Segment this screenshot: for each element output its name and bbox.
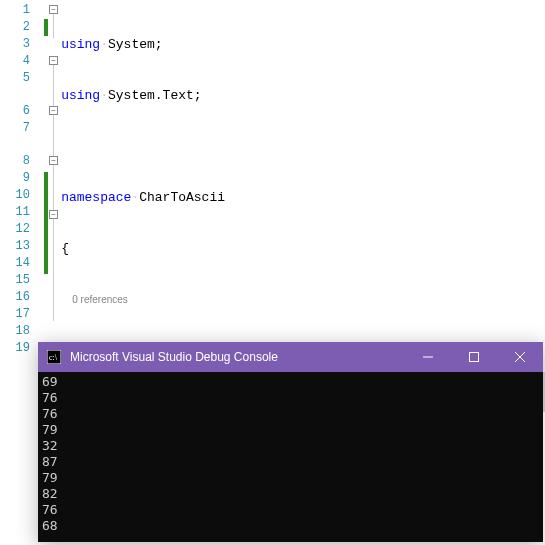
console-line: 76 xyxy=(42,390,539,406)
line-number: 6 xyxy=(0,103,30,120)
debug-console-window: c:\ Microsoft Visual Studio Debug Consol… xyxy=(38,342,543,542)
codelens-references[interactable]: ····0 references xyxy=(61,291,545,307)
fold-toggle[interactable]: − xyxy=(49,5,58,14)
line-number: 8 xyxy=(0,153,30,170)
fold-toggle[interactable]: − xyxy=(49,56,58,65)
maximize-button[interactable] xyxy=(451,342,497,372)
line-number: 12 xyxy=(0,221,30,238)
svg-rect-3 xyxy=(470,353,479,362)
console-output[interactable]: 69 76 76 79 32 87 79 82 76 68 xyxy=(38,372,543,542)
console-line: 79 xyxy=(42,422,539,438)
minimize-button[interactable] xyxy=(405,342,451,372)
fold-margin: − − − − − xyxy=(47,0,61,345)
change-margin xyxy=(40,0,47,345)
console-line: 82 xyxy=(42,486,539,502)
line-number: 18 xyxy=(0,323,30,340)
line-number: 7 xyxy=(0,120,30,137)
console-title: Microsoft Visual Studio Debug Console xyxy=(70,350,405,364)
close-button[interactable] xyxy=(497,342,543,372)
console-line: 69 xyxy=(42,374,539,390)
line-number: 15 xyxy=(0,272,30,289)
line-number: 10 xyxy=(0,187,30,204)
line-number-gutter: 1 2 3 4 5 6 7 8 9 10 11 12 13 14 15 16 1… xyxy=(0,0,40,345)
console-icon: c:\ xyxy=(46,349,62,365)
console-line: 76 xyxy=(42,502,539,518)
line-number: 13 xyxy=(0,238,30,255)
console-line: 32 xyxy=(42,438,539,454)
console-line: 68 xyxy=(42,518,539,534)
line-number: 2 xyxy=(0,19,30,36)
line-number: 4 xyxy=(0,53,30,70)
line-number: 11 xyxy=(0,204,30,221)
console-line: 79 xyxy=(42,470,539,486)
console-line: 76 xyxy=(42,406,539,422)
line-number: 9 xyxy=(0,170,30,187)
line-number: 3 xyxy=(0,36,30,53)
line-number: 19 xyxy=(0,340,30,357)
line-number: 14 xyxy=(0,255,30,272)
fold-toggle[interactable]: − xyxy=(49,210,58,219)
fold-toggle[interactable]: − xyxy=(49,106,58,115)
code-editor: 1 2 3 4 5 6 7 8 9 10 11 12 13 14 15 16 1… xyxy=(0,0,545,345)
line-number: 1 xyxy=(0,2,30,19)
console-line: 87 xyxy=(42,454,539,470)
line-number: 17 xyxy=(0,306,30,323)
code-area[interactable]: using·System; using·System.Text; namespa… xyxy=(61,0,545,345)
fold-toggle[interactable]: − xyxy=(49,156,58,165)
svg-text:c:\: c:\ xyxy=(49,353,58,362)
line-number: 5 xyxy=(0,70,30,87)
console-titlebar[interactable]: c:\ Microsoft Visual Studio Debug Consol… xyxy=(38,342,543,372)
line-number: 16 xyxy=(0,289,30,306)
